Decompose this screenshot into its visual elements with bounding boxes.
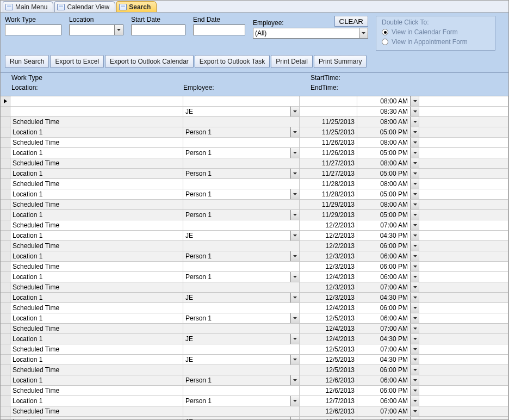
cell-time[interactable]: 08:30 AM xyxy=(357,107,411,116)
table-row[interactable]: Location 1Person 111/27/201305:00 PM xyxy=(1,169,508,179)
time-dropdown[interactable] xyxy=(411,282,419,292)
cell-date[interactable]: 12/3/2013 xyxy=(300,262,357,271)
cell-date[interactable]: 12/3/2013 xyxy=(300,251,357,261)
cell-time[interactable]: 04:30 PM xyxy=(357,355,411,365)
record-selector[interactable] xyxy=(1,355,10,365)
chevron-down-icon[interactable] xyxy=(290,293,299,302)
cell-employee-combo[interactable]: JE xyxy=(183,334,300,344)
cell-time[interactable]: 06:00 AM xyxy=(357,396,411,406)
cell-time[interactable]: 05:00 PM xyxy=(357,189,411,199)
record-selector[interactable] xyxy=(1,396,10,406)
radio-view-appointment[interactable]: View in Appointment Form xyxy=(382,37,489,47)
record-selector[interactable] xyxy=(1,386,10,396)
table-row[interactable]: Location 1JE12/6/201304:30 PM xyxy=(1,417,508,420)
chevron-down-icon[interactable] xyxy=(290,355,299,365)
cell-employee-combo[interactable]: Person 1 xyxy=(183,313,300,323)
cell-time[interactable]: 06:00 AM xyxy=(357,272,411,282)
cell-date[interactable]: 12/4/2013 xyxy=(300,334,357,344)
time-dropdown[interactable] xyxy=(411,148,419,158)
cell-text[interactable]: Location 1 xyxy=(10,396,183,406)
cell-time[interactable]: 08:00 AM xyxy=(357,138,411,147)
record-selector[interactable] xyxy=(1,127,10,137)
cell-employee-combo[interactable]: Person 1 xyxy=(183,210,300,220)
time-dropdown[interactable] xyxy=(411,200,419,209)
record-selector[interactable] xyxy=(1,200,10,209)
cell-employee-combo[interactable]: JE xyxy=(183,355,300,365)
record-selector[interactable] xyxy=(1,96,10,106)
table-row[interactable]: Scheduled Time11/25/201308:00 AM xyxy=(1,117,508,127)
table-row[interactable]: Scheduled Time12/3/201306:00 PM xyxy=(1,262,508,272)
chevron-down-icon[interactable] xyxy=(290,127,299,137)
cell-date[interactable]: 11/29/2013 xyxy=(300,210,357,220)
table-row[interactable]: Location 1Person 111/28/201305:00 PM xyxy=(1,189,508,200)
time-dropdown[interactable] xyxy=(411,189,419,199)
time-dropdown[interactable] xyxy=(411,158,419,168)
cell-date[interactable]: 11/28/2013 xyxy=(300,179,357,189)
record-selector[interactable] xyxy=(1,324,10,333)
cell-employee-combo[interactable]: Person 1 xyxy=(183,148,300,158)
print-summary-button[interactable]: Print Summary xyxy=(314,55,367,68)
cell-date[interactable]: 12/6/2013 xyxy=(300,375,357,385)
cell-date[interactable]: 12/6/2013 xyxy=(300,417,357,420)
cell-date[interactable]: 12/3/2013 xyxy=(300,282,357,292)
table-row[interactable]: Location 1JE12/5/201304:30 PM xyxy=(1,355,508,365)
table-row[interactable]: Location 1Person 112/4/201306:00 AM xyxy=(1,272,508,282)
cell-text[interactable]: Location 1 xyxy=(10,210,183,220)
cell-time[interactable]: 06:00 PM xyxy=(357,262,411,271)
table-row[interactable]: Scheduled Time11/29/201308:00 AM xyxy=(1,200,508,210)
chevron-down-icon[interactable] xyxy=(290,231,299,240)
cell-date[interactable]: 12/3/2013 xyxy=(300,293,357,302)
cell-text[interactable]: Location 1 xyxy=(10,355,183,365)
cell-text[interactable]: Scheduled Time xyxy=(10,117,183,127)
cell-date[interactable]: 12/4/2013 xyxy=(300,272,357,282)
cell-time[interactable]: 06:00 AM xyxy=(357,313,411,323)
cell-time[interactable]: 08:00 AM xyxy=(357,200,411,209)
cell-date[interactable]: 12/5/2013 xyxy=(300,313,357,323)
cell-employee-combo[interactable]: Person 1 xyxy=(183,396,300,406)
cell-time[interactable]: 07:00 AM xyxy=(357,406,411,416)
cell-time[interactable]: 04:30 PM xyxy=(357,231,411,240)
record-selector[interactable] xyxy=(1,344,10,354)
record-selector[interactable] xyxy=(1,107,10,116)
cell-text[interactable] xyxy=(183,179,300,189)
cell-time[interactable]: 06:00 AM xyxy=(357,375,411,385)
tab-search[interactable]: Search xyxy=(116,1,157,12)
record-selector[interactable] xyxy=(1,313,10,323)
time-dropdown[interactable] xyxy=(411,365,419,375)
cell-text[interactable]: Scheduled Time xyxy=(10,406,183,416)
cell-date[interactable]: 11/25/2013 xyxy=(300,117,357,127)
time-dropdown[interactable] xyxy=(411,96,419,106)
time-dropdown[interactable] xyxy=(411,417,419,420)
record-selector[interactable] xyxy=(1,220,10,230)
record-selector[interactable] xyxy=(1,251,10,261)
cell-date[interactable]: 12/2/2013 xyxy=(300,220,357,230)
cell-time[interactable]: 05:00 PM xyxy=(357,169,411,178)
time-dropdown[interactable] xyxy=(411,344,419,354)
table-row[interactable]: Scheduled Time12/6/201307:00 AM xyxy=(1,406,508,417)
cell-date[interactable]: 12/7/2013 xyxy=(300,396,357,406)
cell-employee-combo[interactable]: JE xyxy=(183,231,300,240)
cell-text[interactable]: Location 1 xyxy=(10,272,183,282)
table-row[interactable]: Location 1Person 112/7/201306:00 AM xyxy=(1,396,508,406)
cell-employee-combo[interactable]: Person 1 xyxy=(183,127,300,137)
cell-date[interactable]: 12/5/2013 xyxy=(300,365,357,375)
cell-text[interactable] xyxy=(183,365,300,375)
table-row[interactable]: Location 1Person 111/25/201305:00 PM xyxy=(1,127,508,138)
cell-employee-combo[interactable]: Person 1 xyxy=(183,189,300,199)
cell-time[interactable]: 07:00 AM xyxy=(357,344,411,354)
export-outlook-calendar-button[interactable]: Export to Outlook Calendar xyxy=(105,55,194,68)
cell-time[interactable]: 05:00 PM xyxy=(357,127,411,137)
record-selector[interactable] xyxy=(1,365,10,375)
table-row[interactable]: Scheduled Time12/5/201306:00 PM xyxy=(1,365,508,375)
record-selector[interactable] xyxy=(1,179,10,189)
table-row[interactable]: Scheduled Time12/2/201306:00 PM xyxy=(1,241,508,251)
record-selector[interactable] xyxy=(1,169,10,178)
cell-text[interactable] xyxy=(183,220,300,230)
cell-text[interactable]: Location 1 xyxy=(10,231,183,240)
cell-text[interactable]: Location 1 xyxy=(10,169,183,178)
record-selector[interactable] xyxy=(1,303,10,313)
cell-date[interactable]: 12/6/2013 xyxy=(300,386,357,396)
time-dropdown[interactable] xyxy=(411,324,419,333)
cell-date[interactable]: 12/5/2013 xyxy=(300,344,357,354)
cell-text[interactable] xyxy=(183,282,300,292)
